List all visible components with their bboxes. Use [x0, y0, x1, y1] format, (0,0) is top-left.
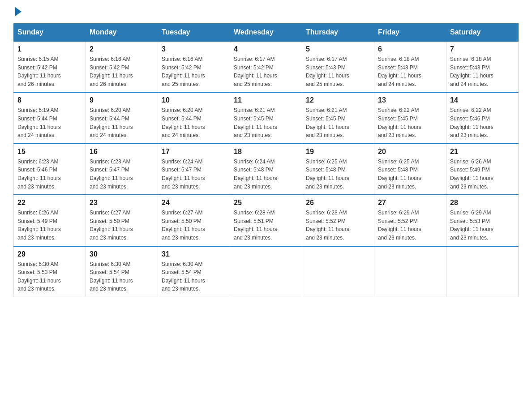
table-row: 28 Sunrise: 6:29 AM Sunset: 5:53 PM Dayl… — [446, 195, 519, 246]
table-row: 20 Sunrise: 6:25 AM Sunset: 5:48 PM Dayl… — [374, 144, 446, 195]
day-info: Sunrise: 6:28 AM Sunset: 5:51 PM Dayligh… — [234, 209, 298, 242]
table-row: 1 Sunrise: 6:15 AM Sunset: 5:42 PM Dayli… — [14, 41, 86, 92]
day-info: Sunrise: 6:22 AM Sunset: 5:46 PM Dayligh… — [450, 106, 515, 139]
table-row: 4 Sunrise: 6:17 AM Sunset: 5:42 PM Dayli… — [230, 41, 302, 92]
day-info: Sunrise: 6:25 AM Sunset: 5:48 PM Dayligh… — [378, 158, 442, 191]
table-row: 15 Sunrise: 6:23 AM Sunset: 5:46 PM Dayl… — [14, 144, 86, 195]
day-number: 16 — [90, 148, 154, 156]
day-info: Sunrise: 6:17 AM Sunset: 5:43 PM Dayligh… — [306, 55, 370, 88]
day-number: 13 — [378, 96, 442, 104]
table-row: 19 Sunrise: 6:25 AM Sunset: 5:48 PM Dayl… — [302, 144, 374, 195]
table-row: 13 Sunrise: 6:22 AM Sunset: 5:45 PM Dayl… — [374, 92, 446, 143]
day-info: Sunrise: 6:30 AM Sunset: 5:53 PM Dayligh… — [17, 260, 82, 293]
day-info: Sunrise: 6:24 AM Sunset: 5:48 PM Dayligh… — [234, 158, 298, 191]
day-info: Sunrise: 6:28 AM Sunset: 5:52 PM Dayligh… — [306, 209, 370, 242]
table-row: 17 Sunrise: 6:24 AM Sunset: 5:47 PM Dayl… — [158, 144, 230, 195]
table-row: 29 Sunrise: 6:30 AM Sunset: 5:53 PM Dayl… — [14, 246, 86, 297]
day-number: 22 — [17, 199, 82, 207]
calendar-week-row: 15 Sunrise: 6:23 AM Sunset: 5:46 PM Dayl… — [14, 144, 519, 195]
table-row — [374, 246, 446, 297]
day-info: Sunrise: 6:19 AM Sunset: 5:44 PM Dayligh… — [17, 106, 82, 139]
day-number: 10 — [162, 96, 226, 104]
day-info: Sunrise: 6:20 AM Sunset: 5:44 PM Dayligh… — [90, 106, 154, 139]
table-row: 12 Sunrise: 6:21 AM Sunset: 5:45 PM Dayl… — [302, 92, 374, 143]
day-info: Sunrise: 6:18 AM Sunset: 5:43 PM Dayligh… — [450, 55, 515, 88]
table-row: 5 Sunrise: 6:17 AM Sunset: 5:43 PM Dayli… — [302, 41, 374, 92]
table-row: 7 Sunrise: 6:18 AM Sunset: 5:43 PM Dayli… — [446, 41, 519, 92]
day-number: 3 — [162, 45, 226, 53]
day-info: Sunrise: 6:29 AM Sunset: 5:53 PM Dayligh… — [450, 209, 515, 242]
logo — [13, 9, 21, 14]
table-row: 3 Sunrise: 6:16 AM Sunset: 5:42 PM Dayli… — [158, 41, 230, 92]
table-row: 9 Sunrise: 6:20 AM Sunset: 5:44 PM Dayli… — [86, 92, 158, 143]
table-row: 8 Sunrise: 6:19 AM Sunset: 5:44 PM Dayli… — [14, 92, 86, 143]
calendar-week-row: 22 Sunrise: 6:26 AM Sunset: 5:49 PM Dayl… — [14, 195, 519, 246]
day-info: Sunrise: 6:29 AM Sunset: 5:52 PM Dayligh… — [378, 209, 442, 242]
table-row: 30 Sunrise: 6:30 AM Sunset: 5:54 PM Dayl… — [86, 246, 158, 297]
logo-arrow-icon — [15, 7, 21, 16]
header-saturday: Saturday — [446, 24, 519, 42]
day-info: Sunrise: 6:30 AM Sunset: 5:54 PM Dayligh… — [162, 260, 226, 293]
day-info: Sunrise: 6:30 AM Sunset: 5:54 PM Dayligh… — [90, 260, 154, 293]
day-info: Sunrise: 6:16 AM Sunset: 5:42 PM Dayligh… — [90, 55, 154, 88]
day-number: 1 — [17, 45, 82, 53]
day-info: Sunrise: 6:17 AM Sunset: 5:42 PM Dayligh… — [234, 55, 298, 88]
day-number: 19 — [306, 148, 370, 156]
day-info: Sunrise: 6:21 AM Sunset: 5:45 PM Dayligh… — [234, 106, 298, 139]
table-row: 18 Sunrise: 6:24 AM Sunset: 5:48 PM Dayl… — [230, 144, 302, 195]
day-number: 8 — [17, 96, 82, 104]
calendar-week-row: 8 Sunrise: 6:19 AM Sunset: 5:44 PM Dayli… — [14, 92, 519, 143]
day-number: 17 — [162, 148, 226, 156]
day-number: 7 — [450, 45, 515, 53]
table-row: 14 Sunrise: 6:22 AM Sunset: 5:46 PM Dayl… — [446, 92, 519, 143]
day-number: 15 — [17, 148, 82, 156]
day-info: Sunrise: 6:16 AM Sunset: 5:42 PM Dayligh… — [162, 55, 226, 88]
header-sunday: Sunday — [14, 24, 86, 42]
day-info: Sunrise: 6:24 AM Sunset: 5:47 PM Dayligh… — [162, 158, 226, 191]
day-info: Sunrise: 6:23 AM Sunset: 5:47 PM Dayligh… — [90, 158, 154, 191]
day-number: 29 — [17, 250, 82, 258]
table-row: 25 Sunrise: 6:28 AM Sunset: 5:51 PM Dayl… — [230, 195, 302, 246]
day-number: 14 — [450, 96, 515, 104]
day-number: 11 — [234, 96, 298, 104]
day-number: 9 — [90, 96, 154, 104]
day-number: 23 — [90, 199, 154, 207]
table-row: 26 Sunrise: 6:28 AM Sunset: 5:52 PM Dayl… — [302, 195, 374, 246]
day-number: 24 — [162, 199, 226, 207]
table-row: 2 Sunrise: 6:16 AM Sunset: 5:42 PM Dayli… — [86, 41, 158, 92]
table-row — [446, 246, 519, 297]
table-row: 21 Sunrise: 6:26 AM Sunset: 5:49 PM Dayl… — [446, 144, 519, 195]
weekday-header-row: Sunday Monday Tuesday Wednesday Thursday… — [14, 24, 519, 42]
day-number: 30 — [90, 250, 154, 258]
table-row: 11 Sunrise: 6:21 AM Sunset: 5:45 PM Dayl… — [230, 92, 302, 143]
table-row — [302, 246, 374, 297]
day-info: Sunrise: 6:26 AM Sunset: 5:49 PM Dayligh… — [450, 158, 515, 191]
page-header — [13, 9, 519, 14]
day-number: 18 — [234, 148, 298, 156]
day-number: 4 — [234, 45, 298, 53]
calendar-table: Sunday Monday Tuesday Wednesday Thursday… — [13, 23, 519, 297]
day-number: 2 — [90, 45, 154, 53]
calendar-week-row: 29 Sunrise: 6:30 AM Sunset: 5:53 PM Dayl… — [14, 246, 519, 297]
day-info: Sunrise: 6:23 AM Sunset: 5:46 PM Dayligh… — [17, 158, 82, 191]
table-row — [230, 246, 302, 297]
day-number: 5 — [306, 45, 370, 53]
day-number: 6 — [378, 45, 442, 53]
header-thursday: Thursday — [302, 24, 374, 42]
table-row: 23 Sunrise: 6:27 AM Sunset: 5:50 PM Dayl… — [86, 195, 158, 246]
day-info: Sunrise: 6:15 AM Sunset: 5:42 PM Dayligh… — [17, 55, 82, 88]
day-info: Sunrise: 6:25 AM Sunset: 5:48 PM Dayligh… — [306, 158, 370, 191]
day-number: 12 — [306, 96, 370, 104]
day-info: Sunrise: 6:27 AM Sunset: 5:50 PM Dayligh… — [162, 209, 226, 242]
table-row: 6 Sunrise: 6:18 AM Sunset: 5:43 PM Dayli… — [374, 41, 446, 92]
calendar-week-row: 1 Sunrise: 6:15 AM Sunset: 5:42 PM Dayli… — [14, 41, 519, 92]
day-info: Sunrise: 6:26 AM Sunset: 5:49 PM Dayligh… — [17, 209, 82, 242]
header-monday: Monday — [86, 24, 158, 42]
day-number: 20 — [378, 148, 442, 156]
table-row: 22 Sunrise: 6:26 AM Sunset: 5:49 PM Dayl… — [14, 195, 86, 246]
day-number: 27 — [378, 199, 442, 207]
day-number: 26 — [306, 199, 370, 207]
day-number: 21 — [450, 148, 515, 156]
table-row: 10 Sunrise: 6:20 AM Sunset: 5:44 PM Dayl… — [158, 92, 230, 143]
header-wednesday: Wednesday — [230, 24, 302, 42]
